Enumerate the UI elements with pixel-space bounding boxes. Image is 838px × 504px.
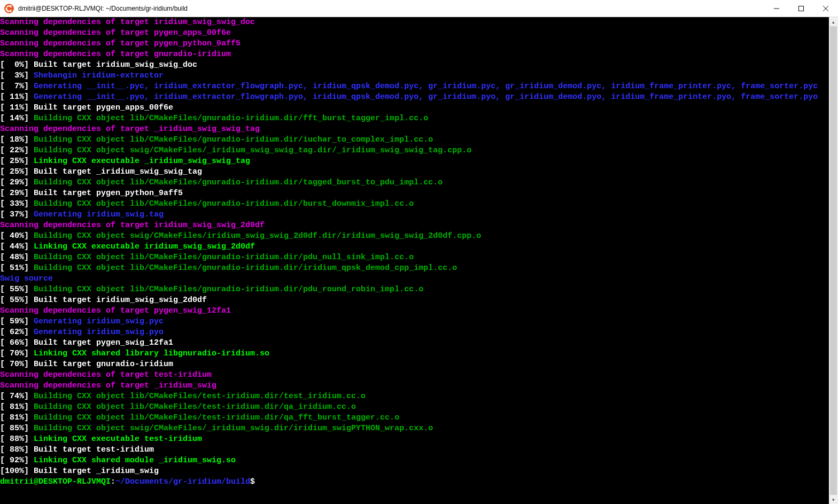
terminal-line: [ 25%] Linking CXX executable _iridium_s… — [0, 156, 829, 167]
terminal-output[interactable]: Scanning dependencies of target iridium_… — [0, 17, 829, 504]
terminal-line: [ 81%] Building CXX object lib/CMakeFile… — [0, 413, 829, 423]
terminal-line: Scanning dependencies of target gnuradio… — [0, 49, 829, 60]
terminal-line: [ 7%] Generating __init__.pyc, iridium_e… — [0, 81, 829, 92]
terminal-line: Swig source — [0, 274, 829, 284]
terminal-line: [ 70%] Built target gnuradio-iridium — [0, 359, 829, 370]
terminal-line: [ 22%] Building CXX object swig/CMakeFil… — [0, 145, 829, 156]
terminal-line: [ 29%] Built target pygen_python_9aff5 — [0, 188, 829, 199]
scroll-down-arrow-icon[interactable]: ▾ — [829, 495, 838, 504]
terminal-line: [ 62%] Generating iridium_swig.pyo — [0, 327, 829, 338]
terminal-line: [ 55%] Building CXX object lib/CMakeFile… — [0, 284, 829, 295]
terminal-line: [ 74%] Building CXX object lib/CMakeFile… — [0, 391, 829, 402]
window-controls — [764, 0, 838, 17]
terminal-line: [ 37%] Generating iridium_swig.tag — [0, 210, 829, 220]
terminal-line: [ 88%] Linking CXX executable test-iridi… — [0, 434, 829, 445]
scroll-up-arrow-icon[interactable]: ▴ — [829, 17, 838, 26]
window-title: dmitrii@DESKTOP-RLJVMQI: ~/Documents/gr-… — [18, 5, 764, 12]
terminal-line: [100%] Built target _iridium_swig — [0, 466, 829, 477]
svg-rect-4 — [799, 6, 804, 11]
terminal-line: [ 11%] Generating __init__.pyo, iridium_… — [0, 92, 829, 103]
close-button[interactable] — [813, 0, 838, 17]
prompt-line[interactable]: dmitrii@DESKTOP-RLJVMQI:~/Documents/gr-i… — [0, 477, 829, 487]
terminal-line: Scanning dependencies of target pygen_py… — [0, 38, 829, 49]
terminal-line: Scanning dependencies of target pygen_ap… — [0, 28, 829, 38]
terminal-line: [ 48%] Building CXX object lib/CMakeFile… — [0, 252, 829, 263]
terminal-line: [ 40%] Building CXX object swig/CMakeFil… — [0, 231, 829, 242]
terminal-line: Scanning dependencies of target _iridium… — [0, 124, 829, 135]
scroll-thumb[interactable] — [830, 26, 837, 495]
titlebar: dmitrii@DESKTOP-RLJVMQI: ~/Documents/gr-… — [0, 0, 838, 17]
terminal-line: Scanning dependencies of target test-iri… — [0, 370, 829, 381]
terminal-line: [ 44%] Linking CXX executable iridium_sw… — [0, 242, 829, 252]
terminal-line: [ 18%] Building CXX object lib/CMakeFile… — [0, 135, 829, 145]
terminal-line: [ 59%] Generating iridium_swig.pyc — [0, 316, 829, 327]
maximize-button[interactable] — [789, 0, 813, 17]
terminal-line: Scanning dependencies of target pygen_sw… — [0, 306, 829, 316]
terminal-line: [ 0%] Built target iridium_swig_swig_doc — [0, 60, 829, 71]
terminal-line: [ 51%] Building CXX object lib/CMakeFile… — [0, 263, 829, 274]
terminal-line: [ 88%] Built target test-iridium — [0, 445, 829, 455]
terminal-line: [ 66%] Built target pygen_swig_12fa1 — [0, 338, 829, 348]
terminal-line: [ 14%] Building CXX object lib/CMakeFile… — [0, 113, 829, 124]
terminal-line: [ 33%] Building CXX object lib/CMakeFile… — [0, 199, 829, 210]
terminal-container: Scanning dependencies of target iridium_… — [0, 17, 838, 504]
terminal-line: [ 81%] Building CXX object lib/CMakeFile… — [0, 402, 829, 413]
terminal-line: [ 25%] Built target _iridium_swig_swig_t… — [0, 167, 829, 177]
scroll-track[interactable] — [829, 26, 838, 495]
terminal-line: [ 29%] Building CXX object lib/CMakeFile… — [0, 177, 829, 188]
terminal-line: Scanning dependencies of target iridium_… — [0, 220, 829, 231]
terminal-line: [ 70%] Linking CXX shared library libgnu… — [0, 348, 829, 359]
minimize-button[interactable] — [764, 0, 789, 17]
terminal-line: [ 55%] Built target iridium_swig_swig_2d… — [0, 295, 829, 306]
terminal-line: [ 11%] Built target pygen_apps_00f6e — [0, 103, 829, 113]
terminal-line: Scanning dependencies of target _iridium… — [0, 381, 829, 391]
terminal-line: [ 85%] Building CXX object swig/CMakeFil… — [0, 423, 829, 434]
terminal-line: [ 92%] Linking CXX shared module _iridiu… — [0, 455, 829, 466]
scrollbar[interactable]: ▴ ▾ — [829, 17, 838, 504]
terminal-line: [ 3%] Shebangin iridium-extractor — [0, 71, 829, 81]
ubuntu-icon — [4, 4, 14, 13]
terminal-line: Scanning dependencies of target iridium_… — [0, 17, 829, 28]
